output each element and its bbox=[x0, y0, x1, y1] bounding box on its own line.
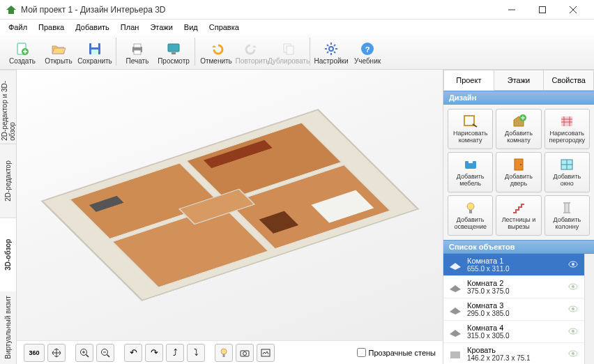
open-button[interactable]: Открыть bbox=[40, 36, 77, 68]
visibility-toggle-icon[interactable] bbox=[568, 281, 580, 294]
minimize-button[interactable] bbox=[496, 0, 527, 20]
tab-properties[interactable]: Свойства bbox=[544, 70, 594, 91]
object-row[interactable]: Комната 4315.0 x 305.0 bbox=[443, 321, 584, 343]
toolbar-separator bbox=[310, 38, 310, 66]
design-add-window-button[interactable]: Добавить окно bbox=[544, 152, 590, 192]
design-add-column-button[interactable]: Добавить колонну bbox=[544, 195, 590, 236]
design-add-door-button[interactable]: Добавить дверь bbox=[496, 152, 541, 192]
svg-line-24 bbox=[334, 45, 335, 46]
svg-point-66 bbox=[572, 330, 574, 333]
menu-add[interactable]: Добавить bbox=[70, 22, 115, 33]
undo-button[interactable]: Отменить bbox=[198, 36, 234, 68]
redo-button[interactable]: Повторить bbox=[234, 36, 271, 68]
menu-floors[interactable]: Этажи bbox=[144, 22, 178, 33]
tab-project[interactable]: Проект bbox=[443, 70, 494, 91]
svg-rect-49 bbox=[515, 159, 523, 170]
svg-point-34 bbox=[221, 349, 227, 354]
menu-help[interactable]: Справка bbox=[204, 22, 245, 33]
add-column-icon bbox=[558, 200, 575, 215]
side-tab-2d[interactable]: 2D-редактор bbox=[0, 144, 16, 218]
preview-button[interactable]: Просмотр bbox=[155, 36, 192, 68]
draw-partition-icon bbox=[558, 114, 575, 129]
svg-rect-38 bbox=[261, 349, 270, 356]
maximize-button[interactable] bbox=[527, 0, 558, 20]
svg-rect-56 bbox=[565, 203, 569, 213]
svg-rect-10 bbox=[134, 44, 141, 47]
save-button[interactable]: Сохранить bbox=[77, 36, 113, 68]
design-draw-partition-button[interactable]: Нарисовать перегородку bbox=[544, 109, 590, 149]
design-add-light-button[interactable]: Добавить освещение bbox=[448, 195, 493, 236]
add-furniture-icon bbox=[462, 157, 479, 172]
save-icon bbox=[86, 40, 104, 57]
design-stairs-button[interactable]: Лестницы и вырезы bbox=[496, 195, 541, 236]
tilt-down-button[interactable]: ⤵ bbox=[187, 344, 205, 362]
gear-icon bbox=[322, 40, 340, 57]
view-toolbar: 360 ↶ ↷ ⤴ ⤵ Прозрачные стены bbox=[17, 340, 443, 364]
side-tab-3d[interactable]: 3D-обзор bbox=[0, 218, 16, 291]
visibility-toggle-icon[interactable] bbox=[568, 303, 580, 316]
3d-scene[interactable] bbox=[17, 70, 443, 340]
duplicate-button[interactable]: Дублировать bbox=[271, 36, 307, 68]
visibility-toggle-icon[interactable] bbox=[568, 259, 580, 271]
tab-floors[interactable]: Этажи bbox=[494, 70, 544, 91]
object-type-icon bbox=[448, 302, 463, 317]
close-button[interactable] bbox=[558, 0, 588, 20]
draw-room-icon bbox=[462, 114, 479, 129]
svg-rect-58 bbox=[563, 212, 570, 213]
rotate-ccw-button[interactable]: ↶ bbox=[124, 344, 142, 362]
svg-rect-8 bbox=[91, 50, 98, 54]
light-button[interactable] bbox=[215, 344, 233, 362]
pan-button[interactable] bbox=[47, 344, 66, 362]
svg-point-62 bbox=[572, 285, 574, 288]
orbit-360-button[interactable]: 360 bbox=[24, 344, 45, 362]
zoom-out-button[interactable] bbox=[96, 344, 114, 362]
add-room-icon bbox=[510, 114, 527, 129]
new-file-icon bbox=[13, 40, 31, 57]
scrollbar[interactable] bbox=[584, 254, 594, 364]
transparent-walls-checkbox[interactable]: Прозрачные стены bbox=[357, 348, 436, 357]
object-row[interactable]: Кровать146.2 x 207.3 x 75.1 bbox=[443, 343, 584, 364]
object-row[interactable]: Комната 2375.0 x 375.0 bbox=[443, 276, 584, 298]
design-draw-room-button[interactable]: Нарисовать комнату bbox=[448, 109, 493, 149]
menu-edit[interactable]: Правка bbox=[33, 22, 70, 33]
object-type-icon bbox=[448, 347, 463, 362]
visibility-toggle-icon[interactable] bbox=[568, 348, 580, 361]
svg-rect-55 bbox=[469, 210, 472, 213]
tilt-up-button[interactable]: ⤴ bbox=[166, 344, 184, 362]
svg-rect-1 bbox=[540, 6, 546, 13]
svg-point-54 bbox=[467, 203, 474, 210]
screenshot-button[interactable] bbox=[257, 344, 275, 362]
svg-point-60 bbox=[572, 263, 574, 266]
design-add-room-button[interactable]: Добавить комнату bbox=[496, 109, 541, 149]
add-light-icon bbox=[462, 200, 479, 215]
camera-button[interactable] bbox=[236, 344, 254, 362]
new-button[interactable]: Создать bbox=[4, 36, 40, 68]
printer-icon bbox=[128, 40, 146, 57]
svg-point-16 bbox=[329, 47, 333, 51]
stairs-icon bbox=[510, 200, 527, 215]
zoom-in-button[interactable] bbox=[75, 344, 93, 362]
visibility-toggle-icon[interactable] bbox=[568, 326, 580, 338]
menu-file[interactable]: Файл bbox=[3, 22, 33, 33]
side-tab-2d-3d[interactable]: 2D-редактор и 3D-обзор bbox=[0, 70, 16, 144]
svg-line-22 bbox=[334, 52, 335, 53]
object-row[interactable]: Комната 3295.0 x 385.0 bbox=[443, 298, 584, 321]
svg-line-23 bbox=[327, 52, 328, 53]
menu-plan[interactable]: План bbox=[115, 22, 145, 33]
side-tab-virtual[interactable]: Виртуальный визит bbox=[0, 291, 16, 364]
settings-button[interactable]: Настройки bbox=[313, 36, 349, 68]
svg-line-28 bbox=[86, 354, 89, 357]
object-row[interactable]: Комната 1655.0 x 311.0 bbox=[443, 254, 584, 276]
svg-point-37 bbox=[243, 351, 247, 355]
svg-rect-13 bbox=[172, 52, 176, 54]
design-add-furniture-button[interactable]: Добавить мебель bbox=[448, 152, 493, 192]
svg-rect-15 bbox=[287, 46, 294, 54]
svg-rect-7 bbox=[91, 43, 98, 47]
print-button[interactable]: Печать bbox=[119, 36, 155, 68]
menu-view[interactable]: Вид bbox=[178, 22, 204, 33]
viewport: 360 ↶ ↷ ⤴ ⤵ Прозрачные стены bbox=[17, 70, 443, 364]
rotate-cw-button[interactable]: ↷ bbox=[145, 344, 163, 362]
tutorial-button[interactable]: ? Учебник bbox=[349, 36, 386, 68]
help-icon: ? bbox=[358, 40, 376, 57]
toolbar-separator bbox=[195, 38, 195, 66]
